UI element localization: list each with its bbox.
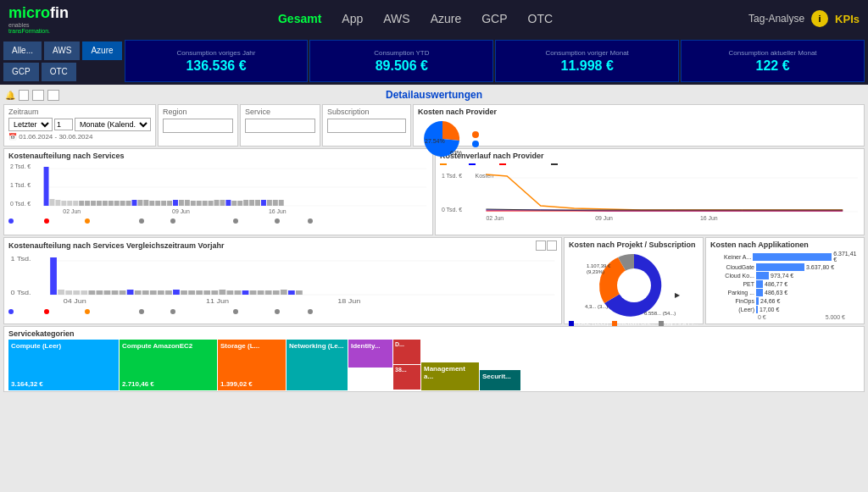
svg-rect-76 <box>142 290 149 295</box>
kosten-provider-title: Kosten nach Provider <box>418 108 860 116</box>
svg-rect-82 <box>188 290 195 295</box>
svg-rect-95 <box>288 290 295 295</box>
svg-rect-24 <box>137 200 142 206</box>
filter-icon[interactable]: ≡ <box>19 90 29 101</box>
svg-rect-19 <box>108 201 114 206</box>
bell-icon[interactable]: 🔔 <box>5 91 15 100</box>
verlauf-line-chart: 1 Tsd. € Kosten 0 Tsd. € 02 Jun 09 Jun 1… <box>440 168 860 225</box>
more-icon[interactable]: ... <box>47 90 59 101</box>
main-nav: Gesamt App AWS Azure GCP OTC <box>82 12 748 25</box>
svg-rect-34 <box>197 201 202 206</box>
svg-rect-36 <box>209 201 214 206</box>
metrics-row: Consumption voriges Jahr 136.536 € Consu… <box>125 40 865 82</box>
nav-otc[interactable]: OTC <box>528 12 554 25</box>
service-dropdown-arrow: ▼ <box>304 122 311 130</box>
subscription-dropdown-arrow: ▼ <box>395 122 402 130</box>
app-bar-2: CloudGate 3.637,80 € <box>710 263 860 271</box>
filter-service-label: Service <box>245 108 315 116</box>
filter-subscription-select[interactable]: Alle ▼ <box>327 119 406 133</box>
svg-rect-87 <box>227 290 234 295</box>
svg-rect-80 <box>173 290 180 295</box>
tile-storage: Storage (L... 1.399,02 € <box>218 340 286 390</box>
metric-value-3: 11.998 € <box>561 58 614 74</box>
svg-rect-29 <box>167 201 172 206</box>
subnav-buttons: Alle... AWS Azure GCP OTC <box>3 41 122 81</box>
btn-gcp[interactable]: GCP <box>3 63 39 81</box>
btn-aws[interactable]: AWS <box>44 41 80 60</box>
tile-security: Securit... <box>480 370 520 390</box>
svg-rect-23 <box>132 200 137 206</box>
svg-rect-75 <box>135 290 142 295</box>
expand2-icon[interactable]: ⊞ <box>547 240 557 251</box>
expand-icon[interactable]: □ <box>536 240 546 251</box>
svg-rect-10 <box>55 200 60 206</box>
svg-rect-90 <box>250 290 257 295</box>
nav-gesamt[interactable]: Gesamt <box>278 12 321 25</box>
svg-text:(9,23%): (9,23%) <box>587 269 604 274</box>
metric-aktueller-monat: Consumption aktueller Monat 122 € <box>681 40 865 82</box>
metric-voriges-jahr: Consumption voriges Jahr 136.536 € <box>125 40 309 82</box>
kosten-provider-box: Kosten nach Provider 27.54% 63% OTC <box>413 104 865 146</box>
logo-text: micro <box>8 4 50 22</box>
svg-text:0 Tsd. €: 0 Tsd. € <box>442 207 462 213</box>
vergleich-bar-chart: 1 Tsd. 0 Tsd. <box>8 251 557 306</box>
middle-charts: Kostenaufteilung nach Services 2 Tsd. € … <box>2 147 866 236</box>
btn-alle[interactable]: Alle... <box>3 41 42 60</box>
zeitraum-amount-input[interactable] <box>54 119 73 130</box>
svg-rect-84 <box>203 290 210 295</box>
svg-text:18 Jun: 18 Jun <box>337 298 360 305</box>
filter-service-select[interactable]: Alle ▼ <box>245 119 315 133</box>
nav-gcp[interactable]: GCP <box>481 12 507 25</box>
svg-text:16 Jun: 16 Jun <box>269 208 287 214</box>
svg-text:02 Jun: 02 Jun <box>63 208 81 214</box>
svg-rect-33 <box>191 201 196 206</box>
svg-rect-31 <box>179 200 184 206</box>
app-bar-3: Cloud Ko... 973,74 € <box>710 272 860 279</box>
svg-text:63%: 63% <box>450 150 462 156</box>
chart-vergleich-legend: Compute Databases Developer Tools Identi… <box>8 308 557 314</box>
provider-pie-chart: 27.54% 63% <box>418 118 467 160</box>
svg-rect-18 <box>103 201 108 206</box>
svg-text:1 Tsd. €: 1 Tsd. € <box>10 182 31 188</box>
zeitraum-monate-select[interactable]: Monate (Kalend... <box>75 118 151 131</box>
chart-apps: Kosten nach Applikationen Keiner A... 6.… <box>705 237 865 324</box>
logo-text2: fin <box>50 4 69 22</box>
svg-text:2 Tsd. €: 2 Tsd. € <box>10 163 31 169</box>
nav-aws[interactable]: AWS <box>383 12 409 25</box>
filter-region-select[interactable]: Alle ▼ <box>163 119 233 133</box>
svg-rect-64 <box>50 257 57 295</box>
svg-text:02 Jun: 02 Jun <box>486 215 504 221</box>
svg-rect-25 <box>143 200 148 206</box>
app-bar-5: Parking ... 486,63 € <box>710 289 860 296</box>
kpi-info-badge[interactable]: i <box>811 10 828 27</box>
chart-vergleich-title: Kostenaufteilung nach Services Vergleich… <box>8 241 224 250</box>
svg-rect-88 <box>235 290 242 295</box>
svg-text:6.558... (54...): 6.558... (54...) <box>644 311 676 316</box>
chart-vergleich: Kostenaufteilung nach Services Vergleich… <box>3 237 562 324</box>
svg-rect-9 <box>50 199 55 206</box>
svg-rect-81 <box>181 290 187 295</box>
header: micro fin enables transFormation. Gesamt… <box>0 0 868 37</box>
nav-azure[interactable]: Azure <box>431 12 462 25</box>
chart-projekt-title: Kosten nach Projekt / Subscription <box>569 240 698 249</box>
region-dropdown-arrow: ▼ <box>222 122 229 130</box>
grid-icon[interactable]: ⊞ <box>32 90 44 101</box>
zeitraum-letzter-select[interactable]: Letzter <box>8 118 53 131</box>
svg-rect-94 <box>281 290 287 295</box>
metric-label-2: Consumption YTD <box>374 49 429 57</box>
svg-rect-35 <box>203 201 208 206</box>
svg-rect-69 <box>88 290 95 295</box>
nav-app[interactable]: App <box>342 12 363 25</box>
svg-rect-30 <box>173 200 178 206</box>
btn-azure[interactable]: Azure <box>82 41 121 60</box>
apps-x-axis: 0 € 5.000 € <box>758 314 845 320</box>
servicekategorien-title: Servicekategorien <box>8 329 860 338</box>
provider-dropdown-arrow[interactable]: ▼ <box>853 134 861 143</box>
svg-rect-48 <box>279 200 284 206</box>
provider-legend-row: AWS Azure Google Cloud OTC <box>440 161 860 167</box>
tag-analyse-label[interactable]: Tag-Analyse <box>748 13 804 25</box>
svg-rect-47 <box>273 200 278 206</box>
svg-rect-20 <box>114 201 120 206</box>
btn-otc[interactable]: OTC <box>42 63 76 81</box>
svg-text:1.107,39 €: 1.107,39 € <box>587 263 611 268</box>
